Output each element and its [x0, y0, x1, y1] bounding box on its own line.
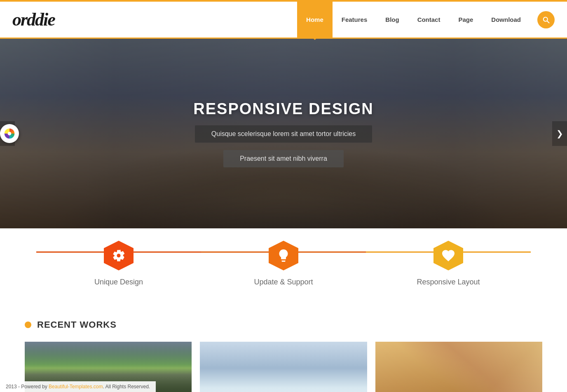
gear-icon	[111, 248, 126, 263]
search-button[interactable]	[537, 11, 555, 28]
nav-page[interactable]: Page	[449, 2, 482, 38]
work-image-windmill	[375, 342, 542, 392]
search-icon	[542, 16, 550, 24]
work-card-3[interactable]	[375, 342, 542, 392]
color-wheel-icon	[4, 128, 15, 139]
main-nav: Home Features Blog Contact Page Download	[297, 2, 530, 38]
hero-title: RESPONSIVE DESIGN	[193, 100, 373, 118]
hero-slider: RESPONSIVE DESIGN Quisque scelerisque lo…	[0, 39, 567, 228]
slider-arrow-right[interactable]: ❯	[552, 121, 567, 146]
feature-label-unique: Unique Design	[94, 278, 143, 286]
svg-point-2	[8, 132, 12, 136]
svg-line-1	[547, 21, 549, 23]
color-wheel-widget[interactable]	[0, 124, 19, 143]
site-header: orddie Home Features Blog Contact Page D…	[0, 2, 567, 39]
work-image-sky	[200, 342, 367, 392]
section-title-recent-works: RECENT WORKS	[25, 319, 542, 330]
feature-responsive: Responsive Layout	[366, 241, 531, 286]
feature-label-responsive: Responsive Layout	[417, 278, 480, 286]
feature-label-support: Update & Support	[254, 278, 313, 286]
feature-icon-support	[269, 241, 298, 270]
footer-suffix: . All Rights Reserved.	[103, 384, 150, 390]
feature-icon-unique	[104, 241, 134, 270]
feature-update-support: Update & Support	[201, 241, 366, 286]
footer-link[interactable]: Beautiful-Templates.com	[49, 384, 103, 390]
hero-content: RESPONSIVE DESIGN Quisque scelerisque lo…	[0, 39, 567, 228]
hero-subtitle-1: Quisque scelerisque lorem sit amet torto…	[195, 125, 372, 143]
nav-blog[interactable]: Blog	[376, 2, 408, 38]
feature-unique-design: Unique Design	[36, 241, 201, 286]
hero-subtitle-2: Praesent sit amet nibh viverra	[223, 150, 344, 167]
recent-works-section: RECENT WORKS	[0, 307, 567, 392]
nav-download[interactable]: Download	[482, 2, 530, 38]
site-logo[interactable]: orddie	[12, 9, 55, 30]
work-card-2[interactable]	[200, 342, 367, 392]
bulb-icon	[276, 248, 291, 263]
footer-text: 2013 - Powered by	[6, 384, 49, 390]
nav-home[interactable]: Home	[297, 2, 333, 38]
nav-features[interactable]: Features	[333, 2, 377, 38]
features-row: Unique Design Update & Support Responsiv…	[36, 241, 531, 286]
section-dot	[25, 322, 31, 328]
section-title-text: RECENT WORKS	[37, 319, 117, 330]
nav-contact[interactable]: Contact	[408, 2, 450, 38]
footer-watermark: 2013 - Powered by Beautiful-Templates.co…	[0, 381, 156, 392]
features-section: Unique Design Update & Support Responsiv…	[0, 228, 567, 307]
feature-icon-responsive	[433, 241, 463, 270]
heart-icon	[441, 248, 456, 263]
